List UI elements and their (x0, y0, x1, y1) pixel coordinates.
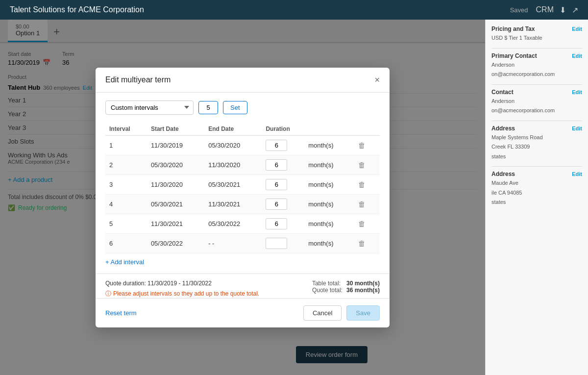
duration-input[interactable] (266, 179, 287, 190)
address2-line3: states (491, 198, 582, 206)
duration-unit-cell: month(s) (304, 214, 352, 233)
modal-title: Edit multiyear term (105, 75, 171, 84)
delete-row-button[interactable]: 🗑 (356, 238, 368, 249)
address1-edit[interactable]: Edit (572, 125, 582, 131)
delete-cell: 🗑 (352, 214, 380, 233)
app-title: Talent Solutions for ACME Corporation (10, 5, 144, 14)
intervals-table: Interval Start Date End Date Duration 1 … (105, 123, 380, 253)
saved-status: Saved (510, 6, 528, 14)
end-date-cell: 05/30/2020 (204, 135, 262, 155)
warning-message: Please adjust intervals so they add up t… (113, 290, 259, 297)
address1-line3: states (491, 152, 582, 161)
delete-row-button[interactable]: 🗑 (356, 219, 368, 229)
contact-label: Contact (491, 89, 514, 96)
duration-input[interactable] (266, 159, 287, 171)
modal-footer: Reset term Cancel Save (96, 298, 390, 327)
address1-label: Address (491, 125, 515, 132)
main-area: $0.00 Option 1 + Start date 11/30/2019 📅… (0, 20, 588, 375)
reset-term-button[interactable]: Reset term (105, 309, 137, 317)
start-date-cell: 05/30/2021 (147, 194, 204, 214)
address2-label: Address (491, 171, 515, 177)
set-button[interactable]: Set (223, 101, 247, 114)
start-date-cell: 11/30/2020 (147, 175, 204, 194)
contact-title: Contact Edit (491, 89, 582, 96)
table-row: 3 11/30/2020 05/30/2021 month(s) 🗑 (105, 175, 380, 194)
top-nav: Talent Solutions for ACME Corporation Sa… (0, 0, 588, 20)
quote-duration: Quote duration: 11/30/2019 - 11/30/2022 (105, 280, 259, 287)
delete-cell: 🗑 (352, 233, 380, 253)
start-date-cell: 11/30/2019 (147, 135, 204, 155)
delete-cell: 🗑 (352, 194, 380, 214)
pricing-info: USD $ Tier 1 Taxable (491, 34, 582, 42)
interval-num-cell: 4 (105, 194, 147, 214)
contact-section: Contact Edit Anderson on@acmecorporation… (491, 89, 582, 115)
footer-buttons: Cancel Save (303, 305, 380, 321)
quote-total-row: Quote total: 36 month(s) (312, 287, 380, 294)
download-icon[interactable]: ⬇ (560, 5, 566, 15)
duration-input[interactable] (266, 140, 287, 151)
delete-row-button[interactable]: 🗑 (356, 179, 368, 190)
end-date-cell: 11/30/2021 (204, 194, 262, 214)
start-date-cell: 05/30/2022 (147, 233, 204, 253)
duration-input[interactable] (266, 238, 287, 249)
warning-icon: ⓘ (105, 290, 111, 298)
duration-cell (262, 214, 304, 233)
interval-type-select[interactable]: Custom intervals (105, 100, 194, 115)
address1-line2: Creek FL 33309 (491, 143, 582, 151)
quote-total-label: Quote total: (312, 287, 343, 294)
cancel-button[interactable]: Cancel (303, 305, 342, 321)
table-row: 4 05/30/2021 11/30/2021 month(s) 🗑 (105, 194, 380, 214)
contact-email: on@acmecorporation.com (491, 106, 582, 115)
crm-label[interactable]: CRM (536, 5, 554, 15)
delete-cell: 🗑 (352, 175, 380, 194)
top-nav-icons: CRM ⬇ ↗ (536, 5, 578, 15)
delete-row-button[interactable]: 🗑 (356, 199, 368, 209)
duration-cell (262, 135, 304, 155)
quote-duration-label: Quote duration: (105, 280, 146, 287)
primary-contact-edit[interactable]: Edit (572, 53, 582, 59)
quote-duration-val: 11/30/2019 - 11/30/2022 (147, 280, 212, 287)
end-date-cell: 05/30/2022 (204, 214, 262, 233)
end-date-cell: 05/30/2021 (204, 175, 262, 194)
duration-unit-cell: month(s) (304, 135, 352, 155)
table-total-row: Table total: 30 month(s) (312, 280, 380, 287)
pricing-edit[interactable]: Edit (572, 26, 582, 32)
delete-row-button[interactable]: 🗑 (356, 160, 368, 170)
interval-num-cell: 3 (105, 175, 147, 194)
delete-cell: 🗑 (352, 135, 380, 155)
table-row: 5 11/30/2021 05/30/2022 month(s) 🗑 (105, 214, 380, 233)
col-start-date: Start Date (147, 123, 204, 136)
modal-dialog: Edit multiyear term × Custom intervals S… (96, 68, 390, 327)
table-totals: Table total: 30 month(s) Quote total: 36… (312, 280, 380, 294)
contact-name: Anderson (491, 97, 582, 105)
info-row: Quote duration: 11/30/2019 - 11/30/2022 … (105, 280, 380, 298)
duration-input[interactable] (266, 218, 287, 229)
interval-num-cell: 5 (105, 214, 147, 233)
address2-line1: Maude Ave (491, 179, 582, 187)
modal-body: Custom intervals Set Interval Start Date… (96, 93, 390, 274)
modal-overlay: Edit multiyear term × Custom intervals S… (0, 20, 485, 375)
delete-row-button[interactable]: 🗑 (356, 140, 368, 150)
address2-line2: ile CA 94085 (491, 189, 582, 197)
contact-edit[interactable]: Edit (572, 89, 582, 95)
quote-duration-area: Quote duration: 11/30/2019 - 11/30/2022 … (105, 280, 259, 298)
end-date-cell: 11/30/2020 (204, 155, 262, 175)
primary-contact-name: Anderson (491, 61, 582, 69)
duration-cell (262, 194, 304, 214)
add-interval-button[interactable]: + Add interval (105, 258, 144, 266)
duration-input[interactable] (266, 199, 287, 210)
duration-cell (262, 233, 304, 253)
interval-num-input[interactable] (198, 101, 218, 114)
interval-num-cell: 2 (105, 155, 147, 175)
right-panel: Pricing and Tax Edit USD $ Tier 1 Taxabl… (485, 20, 588, 375)
col-interval: Interval (105, 123, 147, 136)
start-date-cell: 05/30/2020 (147, 155, 204, 175)
address2-title: Address Edit (491, 171, 582, 177)
export-icon[interactable]: ↗ (572, 5, 578, 15)
modal-close-button[interactable]: × (374, 75, 380, 84)
primary-contact-title: Primary Contact Edit (491, 52, 582, 59)
duration-unit-cell: month(s) (304, 233, 352, 253)
duration-cell (262, 175, 304, 194)
save-button[interactable]: Save (346, 305, 380, 321)
address2-edit[interactable]: Edit (572, 171, 582, 177)
